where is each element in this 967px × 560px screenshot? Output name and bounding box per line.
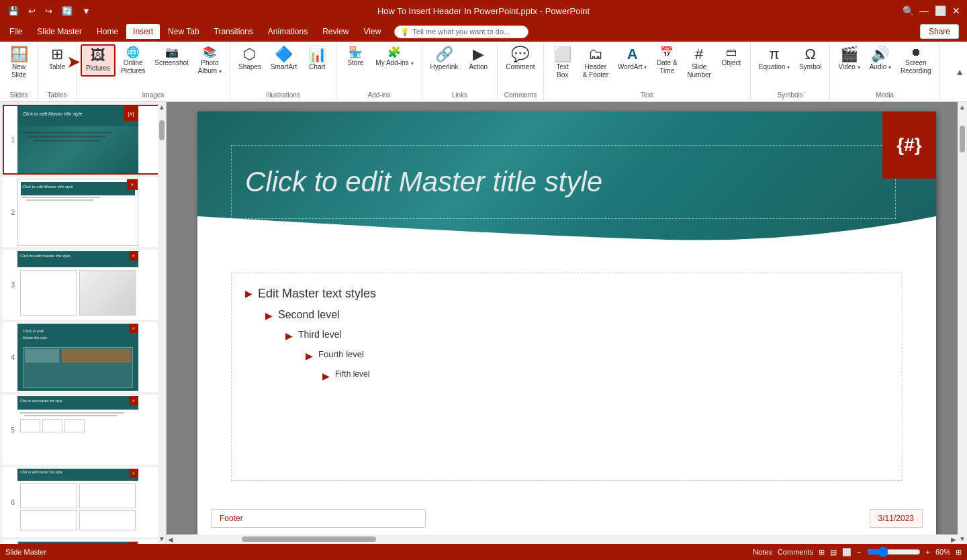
audio-label: Audio ▾: [870, 63, 891, 71]
symbols-group-label: Symbols: [777, 90, 802, 99]
redo-icon[interactable]: ↪: [42, 5, 55, 17]
slides-scroll-thumb[interactable]: [159, 120, 165, 140]
audio-button[interactable]: 🔊 Audio ▾: [866, 44, 895, 74]
equation-button[interactable]: π Equation ▾: [755, 44, 794, 74]
photo-album-icon: 📚: [203, 47, 216, 58]
ribbon-collapse-arrow[interactable]: ▲: [955, 66, 964, 77]
chart-button[interactable]: 📊 Chart: [302, 44, 332, 74]
photo-album-button[interactable]: 📚 PhotoAlbum ▾: [194, 44, 226, 78]
slide-thumb-6[interactable]: 6 Click to edit master the style #: [3, 467, 163, 537]
date-time-button[interactable]: 📅 Date &Time: [652, 44, 682, 78]
slides-scroll-up[interactable]: ▲: [157, 102, 167, 112]
tell-me-bar[interactable]: 💡 Tell me what you want to do...: [394, 26, 528, 38]
search-bar-icon[interactable]: 🔍: [903, 5, 913, 16]
wordart-icon: A: [627, 47, 638, 62]
slide-title-box[interactable]: Click to edit Master title style: [231, 145, 896, 219]
shapes-icon: ⬡: [243, 47, 256, 62]
slide-thumb-1[interactable]: 1 Click to edit Master title style {#}: [3, 105, 163, 175]
pictures-button[interactable]: 🖼 Pictures ➤: [81, 44, 116, 77]
slide-content-box[interactable]: ▶ Edit Master text styles ▶ Second level…: [231, 273, 903, 481]
status-view-reading[interactable]: ⬜: [842, 548, 851, 557]
zoom-slider[interactable]: [867, 547, 921, 557]
editor-scroll-left[interactable]: ◀: [167, 534, 175, 545]
slides-scrollbar: ▲ ▼: [158, 102, 166, 544]
status-fit-icon[interactable]: ⊞: [956, 548, 962, 557]
store-button[interactable]: 🏪 Store: [340, 44, 370, 70]
comments-group-label: Comments: [504, 90, 537, 99]
autosave-icon[interactable]: 🔄: [59, 5, 75, 17]
slide-thumb-2[interactable]: 2 Click to edit Master title style #: [3, 177, 163, 247]
share-button[interactable]: Share: [920, 24, 959, 39]
slide-date-box[interactable]: 3/11/2023: [870, 509, 923, 528]
ribbon-group-links: 🔗 Hyperlink ▶ Action Links: [422, 43, 498, 100]
slide-thumb-7[interactable]: 7 Click to edit master the style #: [3, 540, 163, 544]
text-group-label: Text: [641, 90, 653, 99]
object-button[interactable]: 🗃 Object: [717, 44, 746, 70]
minimize-button[interactable]: —: [919, 5, 929, 16]
header-footer-button[interactable]: 🗂 Header& Footer: [579, 44, 612, 82]
online-pictures-icon: 🌐: [126, 47, 140, 58]
shapes-button[interactable]: ⬡ Shapes: [234, 44, 265, 74]
screen-recording-button[interactable]: ⏺ ScreenRecording: [896, 44, 935, 78]
status-comments[interactable]: Comments: [778, 548, 813, 556]
comment-button[interactable]: 💬 Comment: [502, 44, 539, 74]
screen-recording-icon: ⏺: [911, 47, 921, 58]
hyperlink-button[interactable]: 🔗 Hyperlink: [426, 44, 463, 74]
status-zoom-in[interactable]: +: [926, 548, 930, 556]
ribbon-group-illustrations: ⬡ Shapes 🔷 SmartArt 📊 Chart Illustration…: [230, 43, 336, 100]
menu-animations[interactable]: Animations: [261, 24, 314, 39]
editor-hscroll-thumb[interactable]: [242, 536, 376, 542]
smartart-button[interactable]: 🔷 SmartArt: [267, 44, 301, 74]
editor-scroll-up[interactable]: ▲: [958, 102, 967, 112]
status-view-slider[interactable]: ▤: [830, 548, 837, 557]
textbox-button[interactable]: ⬜ TextBox: [548, 44, 578, 82]
my-addins-button[interactable]: 🧩 My Add-ins ▾: [371, 44, 417, 70]
slide-thumb-5[interactable]: 5 Click to edit master the style #: [3, 395, 163, 465]
online-pictures-label: OnlinePictures: [121, 59, 145, 75]
screen-recording-label: ScreenRecording: [901, 59, 931, 75]
symbol-icon: Ω: [805, 47, 816, 62]
ribbon-group-comments: 💬 Comment Comments: [498, 43, 543, 100]
menu-slide-master[interactable]: Slide Master: [30, 24, 89, 39]
new-slide-button[interactable]: 🪟 NewSlide: [4, 44, 34, 82]
close-button[interactable]: ✕: [951, 5, 962, 16]
menu-review[interactable]: Review: [316, 24, 355, 39]
restore-button[interactable]: ⬜: [935, 5, 946, 16]
customize-arrow[interactable]: ▼: [79, 5, 93, 17]
arrow-level3: ▶: [285, 330, 293, 341]
menu-transitions[interactable]: Transitions: [208, 24, 260, 39]
slide-thumbnail-7: Click to edit master the style #: [17, 541, 138, 544]
menu-home[interactable]: Home: [90, 24, 125, 39]
save-icon[interactable]: 💾: [5, 5, 21, 17]
window-title: How To Insert Header In PowerPoint.pptx …: [377, 6, 590, 16]
symbol-button[interactable]: Ω Symbol: [795, 44, 825, 74]
slide-num-4: 4: [4, 354, 15, 361]
undo-icon[interactable]: ↩: [26, 5, 38, 17]
action-button[interactable]: ▶ Action: [463, 44, 493, 74]
slides-scroll-down[interactable]: ▼: [157, 534, 167, 544]
video-button[interactable]: 🎬 Video ▾: [834, 44, 864, 74]
text-level1: Edit Master text styles: [258, 287, 376, 301]
ribbon-group-tables: ⊞ Table Tables: [38, 43, 77, 100]
menu-new-tab[interactable]: New Tab: [161, 24, 205, 39]
editor-scroll-right[interactable]: ▶: [950, 534, 958, 545]
content-level3: ▶ Third level: [285, 329, 888, 341]
slide-thumb-3[interactable]: 3 Click to edit master the style #: [3, 250, 163, 320]
status-notes[interactable]: Notes: [753, 548, 772, 556]
menu-insert[interactable]: Insert: [126, 24, 160, 39]
menu-view[interactable]: View: [357, 24, 388, 39]
menu-file[interactable]: File: [3, 24, 29, 39]
screenshot-button[interactable]: 📷 Screenshot: [150, 44, 193, 70]
editor-scroll-down[interactable]: ▼: [958, 534, 967, 544]
status-zoom-out[interactable]: −: [857, 548, 861, 556]
status-view-normal[interactable]: ⊞: [819, 548, 825, 557]
wordart-button[interactable]: A WordArt ▾: [614, 44, 651, 74]
editor-scroll-thumb[interactable]: [960, 126, 965, 152]
slide-number-button[interactable]: # SlideNumber: [683, 44, 715, 82]
tell-me-text[interactable]: Tell me what you want to do...: [412, 28, 510, 36]
content-level5: ▶ Fifth level: [322, 369, 888, 381]
slide-thumb-4[interactable]: 4 Click to edit Master title style #: [3, 322, 163, 392]
symbol-label: Symbol: [799, 63, 821, 71]
slide-footer-box[interactable]: Footer: [211, 509, 426, 528]
online-pictures-button[interactable]: 🌐 OnlinePictures: [117, 44, 149, 78]
